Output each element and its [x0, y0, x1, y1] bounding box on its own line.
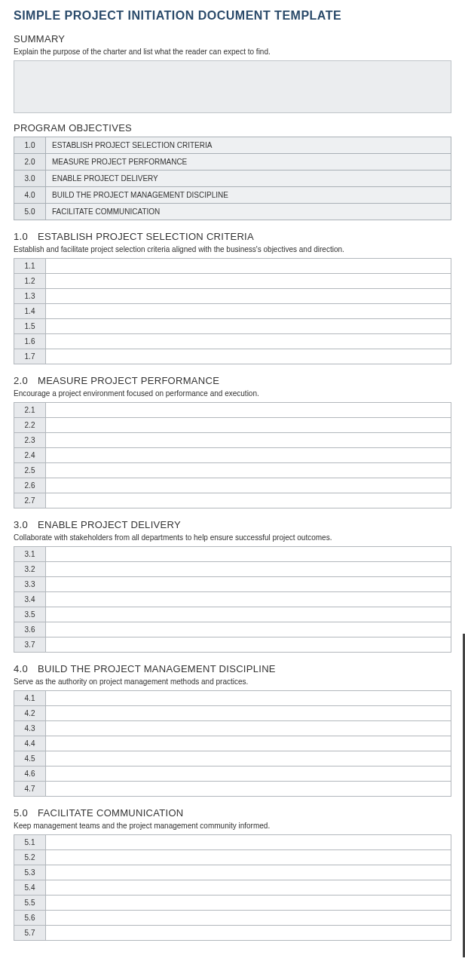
section-heading-title: ENABLE PROJECT DELIVERY — [38, 519, 181, 530]
detail-row-value[interactable] — [46, 304, 451, 319]
detail-row-value[interactable] — [46, 448, 451, 463]
section-desc: Keep management teams and the project ma… — [14, 822, 451, 830]
detail-row: 2.1 — [14, 403, 451, 418]
detail-row: 1.5 — [14, 319, 451, 334]
detail-row: 1.1 — [14, 259, 451, 274]
detail-row-num: 4.3 — [14, 721, 46, 736]
detail-row-value[interactable] — [46, 926, 451, 941]
detail-row-num: 1.7 — [14, 349, 46, 364]
detail-row-value[interactable] — [46, 274, 451, 289]
detail-row-value[interactable] — [46, 493, 451, 508]
detail-row-num: 3.4 — [14, 592, 46, 607]
detail-row-value[interactable] — [46, 766, 451, 782]
section-detail-table: 2.12.22.32.42.52.62.7 — [14, 402, 451, 508]
detail-row-value[interactable] — [46, 418, 451, 433]
section-heading-num: 3.0 — [14, 519, 38, 530]
section-heading: 4.0BUILD THE PROJECT MANAGEMENT DISCIPLI… — [14, 663, 451, 674]
section-desc: Encourage a project environment focused … — [14, 389, 451, 398]
objectives-row-label: ENABLE PROJECT DELIVERY — [46, 171, 451, 187]
detail-row-value[interactable] — [46, 334, 451, 349]
detail-row-num: 3.1 — [14, 547, 46, 562]
detail-row-value[interactable] — [46, 721, 451, 736]
detail-row-value[interactable] — [46, 259, 451, 274]
detail-row-value[interactable] — [46, 622, 451, 637]
detail-row: 1.7 — [14, 349, 451, 364]
detail-row: 5.2 — [14, 850, 451, 865]
detail-row-num: 5.6 — [14, 911, 46, 926]
detail-row-value[interactable] — [46, 403, 451, 418]
detail-row: 1.6 — [14, 334, 451, 349]
detail-row-value[interactable] — [46, 835, 451, 850]
detail-row-value[interactable] — [46, 706, 451, 721]
objectives-row: 5.0FACILITATE COMMUNICATION — [14, 204, 451, 220]
detail-row-value[interactable] — [46, 289, 451, 304]
detail-row-value[interactable] — [46, 782, 451, 797]
detail-row-num: 4.2 — [14, 706, 46, 721]
detail-row-value[interactable] — [46, 911, 451, 926]
objectives-row-num: 4.0 — [14, 187, 46, 204]
detail-row-value[interactable] — [46, 319, 451, 334]
objectives-row-num: 1.0 — [14, 137, 46, 154]
detail-row: 1.3 — [14, 289, 451, 304]
section-desc: Serve as the authority on project manage… — [14, 677, 451, 686]
detail-row-value[interactable] — [46, 691, 451, 706]
detail-row-num: 1.1 — [14, 259, 46, 274]
detail-row-value[interactable] — [46, 607, 451, 622]
detail-row-num: 1.5 — [14, 319, 46, 334]
section-detail-table: 5.15.25.35.45.55.65.7 — [14, 834, 451, 941]
detail-row-num: 4.1 — [14, 691, 46, 706]
detail-row: 5.1 — [14, 835, 451, 850]
section-heading-num: 1.0 — [14, 231, 38, 242]
detail-row: 3.2 — [14, 562, 451, 577]
detail-row-num: 2.6 — [14, 478, 46, 493]
detail-row: 4.4 — [14, 736, 451, 751]
detail-row: 2.3 — [14, 433, 451, 448]
detail-row-num: 3.6 — [14, 622, 46, 637]
detail-row-value[interactable] — [46, 896, 451, 911]
detail-row: 3.3 — [14, 577, 451, 592]
objectives-row-label: ESTABLISH PROJECT SELECTION CRITERIA — [46, 137, 451, 154]
detail-row: 3.5 — [14, 607, 451, 622]
detail-row-num: 5.3 — [14, 865, 46, 880]
detail-row-num: 5.4 — [14, 880, 46, 896]
detail-row-value[interactable] — [46, 349, 451, 364]
detail-row-value[interactable] — [46, 637, 451, 653]
summary-heading: SUMMARY — [14, 33, 451, 45]
section-detail-table: 3.13.23.33.43.53.63.7 — [14, 546, 451, 653]
detail-row-value[interactable] — [46, 562, 451, 577]
detail-row-num: 1.3 — [14, 289, 46, 304]
detail-row-value[interactable] — [46, 463, 451, 478]
detail-row-value[interactable] — [46, 433, 451, 448]
detail-row: 4.2 — [14, 706, 451, 721]
detail-row-value[interactable] — [46, 547, 451, 562]
detail-row-num: 5.5 — [14, 896, 46, 911]
detail-row-num: 4.4 — [14, 736, 46, 751]
section-heading-num: 5.0 — [14, 807, 38, 819]
section-heading-title: FACILITATE COMMUNICATION — [38, 807, 184, 819]
detail-row-value[interactable] — [46, 751, 451, 766]
detail-row-value[interactable] — [46, 592, 451, 607]
objectives-row: 1.0ESTABLISH PROJECT SELECTION CRITERIA — [14, 137, 451, 154]
summary-input-box[interactable] — [14, 60, 451, 113]
detail-row: 3.1 — [14, 547, 451, 562]
detail-row-value[interactable] — [46, 577, 451, 592]
detail-row-num: 5.1 — [14, 835, 46, 850]
section-heading: 1.0ESTABLISH PROJECT SELECTION CRITERIA — [14, 231, 451, 242]
section-heading: 3.0ENABLE PROJECT DELIVERY — [14, 519, 451, 530]
detail-row-value[interactable] — [46, 865, 451, 880]
detail-row: 2.2 — [14, 418, 451, 433]
detail-row: 3.7 — [14, 637, 451, 653]
detail-row-value[interactable] — [46, 736, 451, 751]
detail-row-num: 1.4 — [14, 304, 46, 319]
detail-row: 5.3 — [14, 865, 451, 880]
detail-row: 5.4 — [14, 880, 451, 896]
section-heading: 5.0FACILITATE COMMUNICATION — [14, 807, 451, 819]
detail-row-value[interactable] — [46, 850, 451, 865]
detail-row: 5.5 — [14, 896, 451, 911]
detail-row: 4.7 — [14, 782, 451, 797]
detail-row-num: 2.1 — [14, 403, 46, 418]
objectives-table: 1.0ESTABLISH PROJECT SELECTION CRITERIA2… — [14, 137, 451, 220]
detail-row-value[interactable] — [46, 880, 451, 896]
detail-row-value[interactable] — [46, 478, 451, 493]
objectives-row-label: MEASURE PROJECT PERFORMANCE — [46, 154, 451, 171]
